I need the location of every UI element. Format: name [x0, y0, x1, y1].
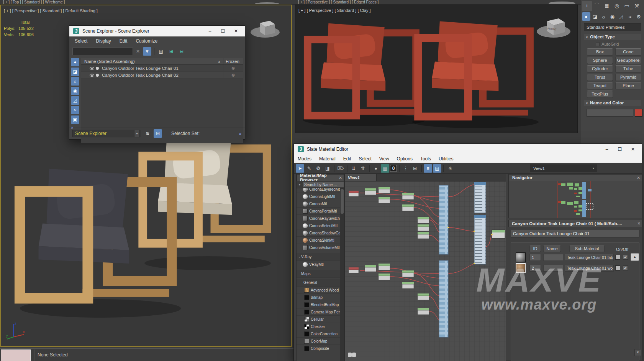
toolbar-icon[interactable]: ✳: [446, 164, 454, 173]
toolbar-icon[interactable]: ❂: [314, 164, 323, 173]
create-category-icon[interactable]: ●: [582, 12, 590, 21]
toolbar-icon[interactable]: ⇊: [349, 164, 358, 173]
enable-checkbox[interactable]: ✔: [623, 265, 628, 270]
toolbar-icon[interactable]: ⊞: [411, 164, 419, 173]
sub-material-color-swatch[interactable]: [615, 255, 620, 260]
sort-by-name-button[interactable]: Name: [543, 246, 561, 252]
material-item[interactable]: VRayMtl: [297, 261, 340, 268]
top-right-viewport-label[interactable]: [ + ] [ Perspective ] [ Standard ] [ Edg…: [298, 0, 379, 4]
combo-dropdown-icon[interactable]: ▾: [134, 130, 140, 137]
toolbar-icon[interactable]: [443, 165, 444, 172]
menu-item[interactable]: Customize: [136, 38, 157, 44]
material-preview-sphere[interactable]: [516, 252, 526, 262]
menu-item[interactable]: Select: [75, 38, 87, 44]
menu-item[interactable]: Options: [393, 156, 416, 162]
footer-more-toggle[interactable]: »: [239, 131, 241, 136]
toolbar-icon[interactable]: ≡: [424, 164, 432, 173]
object-type-rollout-header[interactable]: ▼Object Type: [584, 34, 641, 40]
material-item[interactable]: CoronaSelectMtl: [297, 222, 340, 229]
material-item[interactable]: CoronaMtl: [297, 200, 340, 208]
chair-model-fabric-dark[interactable]: [20, 169, 172, 298]
slate-titlebar[interactable]: 3 Slate Material Editor – ☐ ✕: [294, 144, 642, 155]
scene-object-row[interactable]: Canyon Outdoor Teak Lounge Chair 01 ❆: [81, 65, 243, 72]
material-item[interactable]: ColorMap: [297, 338, 340, 345]
display-filter-icon[interactable]: ▣: [71, 115, 79, 124]
primitive-button[interactable]: Cylinder: [587, 65, 613, 73]
command-panel-tab[interactable]: ⌒: [592, 1, 602, 11]
parameter-panel-header[interactable]: Canyon Outdoor Teak Lounge Chair 01 ( Mu…: [508, 220, 642, 227]
viewcube-icon[interactable]: FRONT: [536, 13, 572, 43]
material-item[interactable]: CoronaSkinMtl: [297, 237, 340, 244]
toolbar-icon[interactable]: ▤: [157, 47, 165, 56]
primitive-button[interactable]: Plane: [615, 82, 641, 89]
create-category-icon[interactable]: ◪: [591, 12, 599, 21]
search-input[interactable]: [72, 48, 133, 55]
primitive-button[interactable]: Tube: [615, 65, 641, 73]
material-item[interactable]: - V-Ray: [297, 253, 340, 261]
search-options-icon[interactable]: ▼: [298, 183, 301, 186]
scene-explorer-window[interactable]: 3 Scene Explorer - Scene Explorer – ☐ ✕ …: [69, 25, 245, 140]
toolbar-icon[interactable]: ●: [372, 164, 380, 173]
scrollbar-thumb[interactable]: [341, 189, 344, 214]
close-button[interactable]: ✕: [229, 26, 243, 36]
material-item[interactable]: CoronaLayeredMtl: [297, 188, 340, 193]
toolbar-icon[interactable]: ◨: [323, 164, 332, 173]
menu-item[interactable]: Modes: [294, 156, 315, 162]
browser-scrollbar[interactable]: [340, 188, 344, 361]
material-item[interactable]: CoronaShadowCatc...: [297, 229, 340, 237]
menu-item[interactable]: Display: [96, 38, 111, 44]
pan-to-selected-binoculars-icon[interactable]: [348, 353, 356, 358]
primitive-button[interactable]: Box: [587, 48, 613, 56]
navigator-minimap[interactable]: [509, 181, 642, 218]
toolbar-icon[interactable]: ⊟: [177, 47, 186, 56]
display-filter-icon[interactable]: ◉: [71, 87, 79, 95]
command-panel-tab[interactable]: ▭: [622, 1, 632, 11]
toolbar-icon[interactable]: ✎: [305, 164, 313, 173]
menu-item[interactable]: Tools: [416, 156, 435, 162]
command-panel-tab[interactable]: ⚒: [632, 1, 642, 11]
display-filter-icon[interactable]: ●: [71, 58, 79, 66]
frozen-snowflake-icon[interactable]: ❆: [223, 65, 243, 71]
view1-tab[interactable]: View1: [344, 174, 377, 181]
create-category-icon[interactable]: ≈: [626, 12, 634, 21]
material-item[interactable]: Advanced Wood: [297, 287, 340, 294]
command-panel-tab[interactable]: ≣: [602, 1, 612, 11]
viewport-label[interactable]: [ + ] [ Perspective ] [ Standard ] [ Def…: [4, 8, 98, 13]
toolbar-icon[interactable]: ⌦: [336, 164, 345, 173]
toolbar-icon[interactable]: [369, 165, 370, 172]
visibility-eye-icon[interactable]: [90, 74, 94, 77]
primitive-button[interactable]: Sphere: [587, 57, 613, 64]
object-name[interactable]: Canyon Outdoor Teak Lounge Chair 01: [102, 66, 223, 71]
list-header[interactable]: Name (Sorted Ascending) ▲ Frozen: [81, 58, 243, 65]
viewcube-icon[interactable]: [249, 16, 281, 42]
toolbar-icon[interactable]: 0: [390, 165, 397, 172]
toolbar-icon[interactable]: ⋮: [401, 164, 410, 173]
selectable-dot-icon[interactable]: [96, 67, 99, 70]
material-preview-sphere[interactable]: [516, 263, 526, 273]
material-item[interactable]: CoronaVolumeMtl: [297, 244, 340, 251]
maximize-button[interactable]: ☐: [613, 145, 626, 154]
maxscript-mini-listener[interactable]: [1, 349, 31, 361]
create-category-icon[interactable]: ◉: [608, 12, 617, 21]
material-item[interactable]: - Maps: [297, 270, 340, 278]
sub-material-name-field[interactable]: [543, 265, 563, 272]
menu-item[interactable]: Select: [355, 156, 375, 162]
toolbar-icon[interactable]: [421, 165, 422, 172]
material-name-field[interactable]: [511, 230, 639, 237]
object-color-swatch[interactable]: [635, 109, 642, 117]
create-category-icon[interactable]: ◿: [617, 12, 625, 21]
material-item[interactable]: Bitmap: [297, 294, 340, 301]
material-item[interactable]: CoronaLightMtl: [297, 193, 340, 200]
display-filter-icon[interactable]: ◿: [71, 96, 79, 105]
enable-checkbox[interactable]: ✔: [623, 255, 628, 260]
clear-search-icon[interactable]: ✕: [136, 49, 140, 54]
scene-object-row[interactable]: Canyon Outdoor Teak Lounge Chair 02 ❆: [81, 72, 243, 79]
menu-item[interactable]: View: [375, 156, 393, 162]
sub-material-button[interactable]: Teak Lounge Chair 01 fabr: [565, 254, 614, 261]
maximize-button[interactable]: ☐: [216, 26, 229, 36]
navigator-header[interactable]: Navigator ✕: [509, 174, 642, 181]
material-item[interactable]: - General: [297, 279, 340, 287]
viewport-label[interactable]: [ + ] [ Perspective ] [ Standard ] [ Cla…: [298, 8, 371, 13]
display-filter-icon[interactable]: ≈: [71, 106, 79, 114]
toolbar-icon[interactable]: ➤: [296, 164, 304, 173]
